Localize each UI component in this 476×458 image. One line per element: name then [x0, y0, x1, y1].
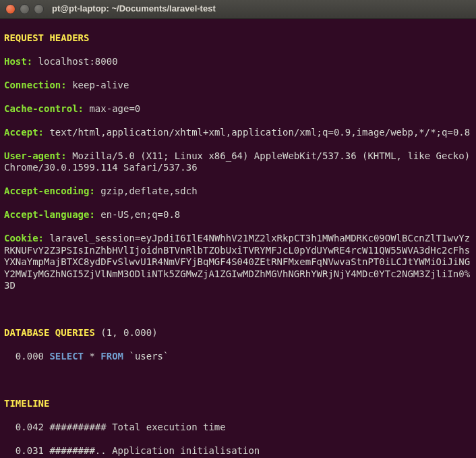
header-cache-label: Cache-control: [4, 103, 84, 114]
window-titlebar: pt@pt-laptop: ~/Documents/laravel-test [0, 0, 476, 19]
close-icon[interactable] [5, 4, 16, 14]
header-host-value: localhost:8000 [32, 56, 117, 67]
header-host-label: Host: [4, 56, 32, 67]
queries-summary: (1, 0.000) [95, 327, 158, 338]
section-header-queries: DATABASE QUERIES [4, 327, 95, 338]
section-header-timeline: TIMELINE [4, 398, 49, 409]
sql-from: FROM [100, 351, 123, 362]
header-connection-label: Connection: [4, 80, 67, 90]
section-header-request: REQUEST HEADERS [4, 32, 89, 43]
header-accept-label: Accept: [4, 127, 44, 138]
header-accept-value: text/html,application/xhtml+xml,applicat… [44, 127, 470, 138]
sql-star: * [84, 351, 100, 362]
header-language-value: en-US,en;q=0.8 [95, 209, 180, 220]
window-title: pt@pt-laptop: ~/Documents/laravel-test [52, 3, 216, 14]
timeline-row: 0.042 ########## Total execution time [4, 422, 226, 432]
header-cookie-label: Cookie: [4, 233, 44, 244]
header-encoding-value: gzip,deflate,sdch [95, 185, 198, 196]
maximize-icon[interactable] [34, 4, 44, 14]
header-ua-value: Mozilla/5.0 (X11; Linux x86_64) AppleWeb… [4, 150, 476, 173]
header-encoding-label: Accept-encoding: [4, 185, 95, 196]
terminal-output[interactable]: REQUEST HEADERS Host: localhost:8000 Con… [0, 19, 476, 458]
header-connection-value: keep-alive [67, 80, 129, 90]
minimize-icon[interactable] [20, 4, 30, 14]
header-ua-label: User-agent: [4, 150, 67, 161]
header-cache-value: max-age=0 [84, 103, 140, 114]
timeline-row: 0.031 ########.. Application initialisat… [4, 445, 260, 456]
sql-table: `users` [123, 351, 169, 362]
header-language-label: Accept-language: [4, 209, 95, 220]
header-cookie-value: laravel_session=eyJpdiI6IlE4NWhhV21MZ2lx… [4, 233, 470, 291]
query-time: 0.000 [4, 351, 49, 362]
sql-select: SELECT [49, 351, 84, 362]
